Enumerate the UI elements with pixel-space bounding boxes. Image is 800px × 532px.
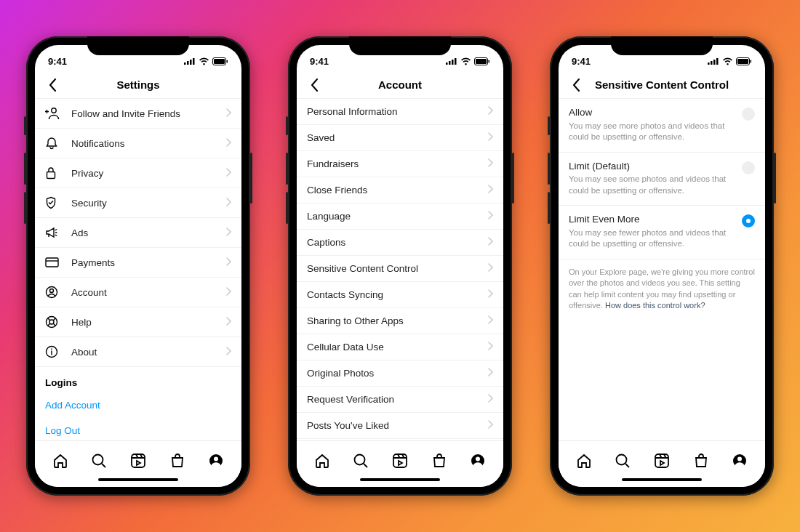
row-label: Sensitive Content Control bbox=[307, 263, 488, 274]
settings-item-ads[interactable]: Ads bbox=[35, 218, 241, 248]
tab-profile[interactable] bbox=[206, 451, 226, 471]
account-item-fundraisers[interactable]: Fundraisers bbox=[297, 151, 503, 177]
chevron-right-icon bbox=[488, 211, 493, 222]
svg-rect-25 bbox=[489, 60, 490, 63]
option-subtitle: You may see more photos and videos that … bbox=[569, 121, 736, 143]
lock-icon bbox=[45, 166, 63, 180]
account-item-sharing[interactable]: Sharing to Other Apps bbox=[297, 308, 503, 334]
account-item-cellular[interactable]: Cellular Data Use bbox=[297, 334, 503, 360]
option-limit-default[interactable]: Limit (Default) You may see some photos … bbox=[559, 153, 765, 206]
tab-profile[interactable] bbox=[468, 451, 488, 471]
settings-item-privacy[interactable]: Privacy bbox=[35, 158, 241, 188]
account-item-sensitive-content[interactable]: Sensitive Content Control bbox=[297, 256, 503, 282]
chevron-right-icon bbox=[488, 237, 493, 248]
option-subtitle: You may see fewer photos and videos that… bbox=[569, 227, 736, 250]
back-button[interactable] bbox=[304, 75, 324, 95]
tab-shop[interactable] bbox=[429, 451, 449, 471]
row-label: Captions bbox=[307, 237, 488, 248]
account-item-personal-info[interactable]: Personal Information bbox=[297, 99, 503, 125]
explainer-link[interactable]: How does this control work? bbox=[605, 301, 705, 310]
settings-item-account[interactable]: Account bbox=[35, 278, 241, 307]
account-item-original-photos[interactable]: Original Photos bbox=[297, 360, 503, 387]
svg-rect-8 bbox=[47, 172, 55, 179]
tab-home[interactable] bbox=[312, 451, 332, 471]
search-icon bbox=[91, 453, 107, 469]
tab-search[interactable] bbox=[612, 451, 633, 471]
settings-item-notifications[interactable]: Notifications bbox=[35, 129, 241, 158]
tab-reels[interactable] bbox=[128, 451, 148, 471]
account-item-saved[interactable]: Saved bbox=[297, 125, 503, 151]
row-label: Help bbox=[71, 317, 226, 328]
tab-home[interactable] bbox=[574, 451, 594, 471]
wifi-icon bbox=[199, 57, 209, 65]
svg-rect-16 bbox=[132, 454, 145, 467]
chevron-right-icon bbox=[488, 106, 493, 117]
settings-item-payments[interactable]: Payments bbox=[35, 248, 241, 278]
tab-profile[interactable] bbox=[729, 451, 750, 471]
tab-home[interactable] bbox=[50, 451, 71, 471]
svg-rect-38 bbox=[655, 454, 668, 467]
account-item-close-friends[interactable]: Close Friends bbox=[297, 177, 503, 203]
page-title: Account bbox=[297, 78, 503, 91]
account-item-captions[interactable]: Captions bbox=[297, 230, 503, 256]
chevron-right-icon bbox=[488, 158, 493, 169]
option-title: Allow bbox=[569, 106, 736, 119]
search-icon bbox=[615, 453, 631, 469]
settings-item-follow-invite[interactable]: Follow and Invite Friends bbox=[35, 99, 241, 129]
home-indicator bbox=[35, 475, 241, 487]
radio-selected[interactable] bbox=[742, 214, 755, 227]
svg-rect-1 bbox=[187, 61, 189, 65]
home-icon bbox=[52, 453, 68, 469]
tab-reels[interactable] bbox=[390, 451, 410, 471]
log-out-link[interactable]: Log Out bbox=[35, 418, 241, 440]
account-item-verification[interactable]: Request Verification bbox=[297, 387, 503, 413]
svg-rect-22 bbox=[455, 58, 457, 65]
svg-point-37 bbox=[617, 454, 627, 464]
row-label: Security bbox=[71, 198, 226, 209]
explainer-text: On your Explore page, we're giving you m… bbox=[559, 259, 765, 319]
tab-bar bbox=[35, 440, 241, 475]
megaphone-icon bbox=[45, 225, 63, 240]
chevron-right-icon bbox=[226, 138, 231, 149]
svg-rect-3 bbox=[193, 58, 195, 65]
wifi-icon bbox=[460, 57, 471, 65]
radio-unselected[interactable] bbox=[742, 161, 755, 174]
status-time: 9:41 bbox=[48, 56, 84, 67]
account-item-posts-liked[interactable]: Posts You've Liked bbox=[297, 413, 503, 439]
tab-shop[interactable] bbox=[691, 451, 711, 471]
settings-item-about[interactable]: About bbox=[35, 337, 241, 367]
tab-search[interactable] bbox=[89, 451, 109, 471]
account-item-contacts-sync[interactable]: Contacts Syncing bbox=[297, 282, 503, 308]
svg-point-11 bbox=[50, 289, 54, 293]
settings-item-security[interactable]: Security bbox=[35, 188, 241, 218]
shop-icon bbox=[431, 453, 447, 469]
status-time: 9:41 bbox=[572, 56, 608, 67]
info-icon bbox=[45, 344, 63, 359]
settings-item-help[interactable]: Help bbox=[35, 307, 241, 337]
option-limit-more[interactable]: Limit Even More You may see fewer photos… bbox=[559, 206, 765, 259]
chevron-right-icon bbox=[226, 257, 231, 268]
add-account-link[interactable]: Add Account bbox=[35, 392, 241, 418]
option-title: Limit Even More bbox=[569, 213, 736, 226]
radio-unselected[interactable] bbox=[742, 108, 755, 121]
svg-rect-36 bbox=[751, 60, 752, 63]
row-label: Close Friends bbox=[307, 185, 488, 196]
home-icon bbox=[576, 453, 592, 469]
back-button[interactable] bbox=[42, 75, 63, 95]
row-label: Request Verification bbox=[307, 394, 488, 405]
row-label: Sharing to Other Apps bbox=[307, 315, 488, 326]
back-button[interactable] bbox=[566, 75, 586, 95]
shop-icon bbox=[169, 453, 185, 469]
tab-search[interactable] bbox=[351, 451, 371, 471]
notch bbox=[611, 36, 713, 55]
account-item-language[interactable]: Language bbox=[297, 203, 503, 230]
option-allow[interactable]: Allow You may see more photos and videos… bbox=[559, 99, 765, 153]
sensitive-content-options: Allow You may see more photos and videos… bbox=[559, 99, 765, 440]
chevron-right-icon bbox=[488, 342, 493, 352]
tab-reels[interactable] bbox=[652, 451, 672, 471]
chevron-right-icon bbox=[488, 132, 493, 143]
row-label: Payments bbox=[71, 257, 226, 268]
option-subtitle: You may see some photos and videos that … bbox=[569, 174, 736, 196]
tab-shop[interactable] bbox=[167, 451, 188, 471]
bell-icon bbox=[45, 136, 63, 150]
